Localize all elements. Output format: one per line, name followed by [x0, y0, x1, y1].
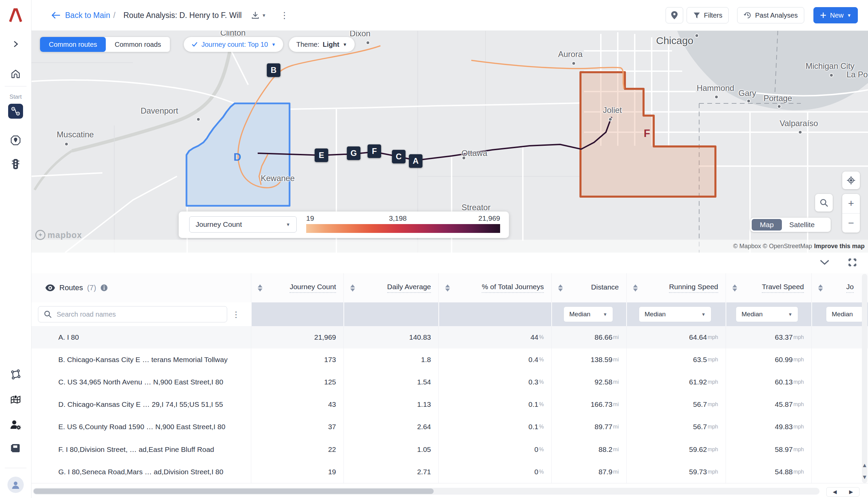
map-search-button[interactable]	[815, 194, 833, 211]
sort-icon[interactable]	[818, 285, 823, 291]
clipped-aggregation-select[interactable]: Median	[826, 306, 863, 322]
running-speed-aggregation-select[interactable]: Median▼	[639, 306, 711, 322]
legend-mid: 3,198	[389, 214, 407, 222]
chevron-down-icon: ▼	[847, 13, 851, 18]
vertical-scrollbar[interactable]	[862, 274, 867, 483]
city-dot	[609, 118, 611, 121]
sidebar-item-traffic[interactable]	[0, 157, 31, 172]
city-dot	[572, 62, 575, 65]
legend-max: 21,969	[478, 214, 500, 222]
sort-icon[interactable]	[350, 285, 355, 291]
header-travel-speed[interactable]: Travel Speed	[726, 273, 811, 302]
route-marker-f[interactable]: F	[368, 144, 381, 158]
city-label: Hammond	[697, 83, 734, 93]
sidebar-expand-button[interactable]	[0, 38, 31, 50]
expand-table-button[interactable]	[848, 258, 857, 268]
more-options-button[interactable]: ⋮	[280, 10, 289, 21]
horizontal-scrollbar[interactable]	[33, 488, 819, 495]
user-avatar[interactable]	[8, 477, 24, 493]
table-row-g[interactable]: G. I 80,Seneca Road,Mars … ad,Division S…	[31, 461, 868, 483]
header-daily-average[interactable]: Daily Average	[343, 273, 438, 302]
header-pct-total[interactable]: % of Total Journeys	[438, 273, 551, 302]
route-marker-b[interactable]: B	[267, 63, 280, 77]
geolocate-button[interactable]	[842, 172, 860, 189]
pin-button[interactable]	[666, 7, 683, 23]
map-style-toggle: Map Satellite	[750, 218, 831, 232]
sidebar-item-home[interactable]	[0, 67, 31, 81]
top-bar: Back to Main / Route Analysis: D. Henry …	[31, 0, 868, 31]
legend-metric-select[interactable]: Journey Count ▼	[189, 216, 297, 233]
sidebar-item-route-analysis-active[interactable]	[8, 104, 23, 119]
route-marker-e[interactable]: E	[315, 148, 328, 162]
sort-icon[interactable]	[558, 285, 563, 291]
route-marker-a[interactable]: A	[409, 154, 422, 168]
toggle-common-routes[interactable]: Common routes	[40, 37, 106, 52]
legend-gradient	[306, 224, 500, 233]
download-button[interactable]: ▼	[251, 11, 266, 19]
scroll-up-arrow[interactable]: ▲	[859, 462, 868, 469]
sidebar-item-geofence[interactable]	[0, 133, 31, 148]
theme-selector-pill[interactable]: Theme: Light ▼	[289, 37, 355, 52]
search-input[interactable]: Search road names	[38, 306, 227, 323]
new-button[interactable]: New ▼	[813, 7, 858, 23]
table-row-d[interactable]: D. Chicago-Kansas City E … 29,I 74,I 55;…	[31, 393, 868, 416]
mapbox-logo: ✦mapbox	[35, 230, 82, 240]
past-analyses-button[interactable]: Past Analyses	[737, 7, 804, 23]
table-row-b[interactable]: B. Chicago-Kansas City E … terans Memori…	[31, 349, 868, 371]
theme-label: Theme:	[296, 41, 319, 49]
column-options-button[interactable]: ⋮	[232, 310, 240, 319]
table-row-f[interactable]: F. I 80,Division Street, … ad,East Pine …	[31, 438, 868, 461]
sidebar-item-map-explore[interactable]	[0, 392, 31, 407]
sort-icon[interactable]	[633, 285, 638, 291]
sidebar-item-user-settings[interactable]	[0, 417, 31, 432]
sort-icon[interactable]	[732, 285, 737, 291]
distance-aggregation-select[interactable]: Median▼	[564, 306, 613, 322]
scroll-down-arrow[interactable]: ▼	[859, 474, 868, 481]
scroll-right-arrow[interactable]: ▶	[849, 489, 853, 495]
home-icon	[11, 69, 21, 79]
sort-icon[interactable]	[445, 285, 450, 291]
table-row-a[interactable]: A. I 80 21,969 140.83 44% 86.66mi 64.64m…	[31, 326, 868, 349]
scroll-left-arrow[interactable]: ◀	[833, 489, 837, 495]
filters-label: Filters	[704, 12, 722, 19]
collapse-table-button[interactable]	[819, 259, 830, 267]
city-label: Streator	[461, 203, 490, 212]
table-row-e[interactable]: E. US 6,County Road 1590 … N,900 East St…	[31, 416, 868, 438]
sidebar-item-draw-polygon[interactable]	[0, 367, 31, 382]
filters-button[interactable]: Filters	[687, 7, 729, 23]
toggle-common-roads[interactable]: Common roads	[106, 37, 170, 52]
city-dot	[799, 131, 802, 134]
back-to-main-link[interactable]: Back to Main	[51, 11, 110, 20]
past-analyses-label: Past Analyses	[755, 12, 798, 19]
header-journey-count[interactable]: Journey Count	[251, 273, 343, 302]
table-row-c[interactable]: C. US 34,965 North Avenu … N,900 East St…	[31, 371, 868, 394]
header-clipped[interactable]: Jo	[811, 273, 861, 302]
style-satellite-button[interactable]: Satellite	[782, 221, 822, 229]
check-icon	[191, 41, 198, 48]
city-label: Aurora	[558, 50, 582, 59]
zoom-in-button[interactable]: +	[842, 194, 860, 213]
travel-speed-aggregation-select[interactable]: Median▼	[736, 306, 798, 322]
map-canvas[interactable]: Clinton Dixon Davenport Muscatine Kewane…	[31, 30, 868, 252]
city-label: Portage	[764, 94, 792, 103]
info-icon[interactable]	[100, 284, 108, 291]
horizontal-scrollbar-thumb[interactable]	[34, 488, 434, 494]
sidebar-divider	[5, 468, 26, 468]
routes-count: (7)	[87, 284, 96, 292]
route-line-main[interactable]	[258, 117, 611, 160]
journey-count-filter-pill[interactable]: Journey count: Top 10 ▼	[184, 37, 283, 52]
route-marker-c[interactable]: C	[392, 150, 406, 163]
city-dot	[367, 41, 369, 44]
chevron-down-icon: ▼	[286, 222, 290, 227]
style-map-button[interactable]: Map	[752, 219, 782, 231]
sort-icon[interactable]	[258, 285, 262, 291]
improve-map-link[interactable]: Improve this map	[814, 243, 865, 250]
city-label: Davenport	[141, 106, 178, 116]
sidebar-item-reports[interactable]	[0, 441, 31, 456]
header-running-speed[interactable]: Running Speed	[626, 273, 726, 302]
zoom-out-button[interactable]: −	[842, 213, 860, 233]
city-label: Clinton	[220, 30, 246, 38]
eye-icon[interactable]	[45, 284, 55, 291]
route-marker-g[interactable]: G	[347, 146, 360, 160]
header-distance[interactable]: Distance	[551, 273, 626, 302]
